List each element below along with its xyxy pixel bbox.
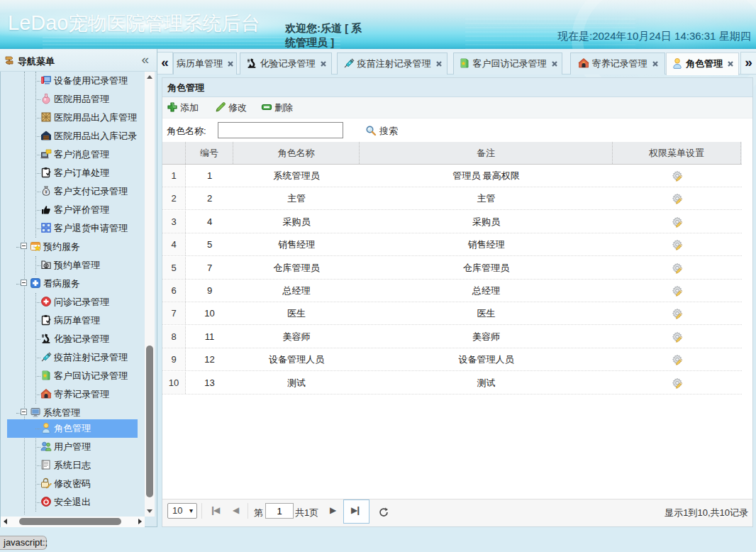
svg-text:¥: ¥ — [45, 189, 48, 194]
